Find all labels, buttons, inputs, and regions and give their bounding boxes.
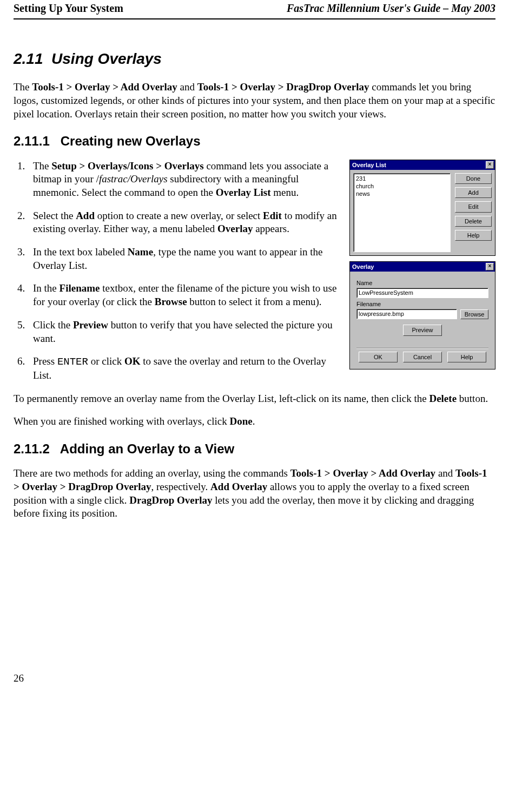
subsection-heading-2: 2.11.2 Adding an Overlay to a View bbox=[14, 440, 495, 457]
list-item[interactable]: 231 bbox=[356, 175, 448, 182]
dialog-stack: Overlay List × 231 church news Done Add … bbox=[349, 160, 495, 375]
done-paragraph: When you are finished working with overl… bbox=[14, 415, 495, 428]
overlay-dialog: Overlay × Name LowPressureSystem Filenam… bbox=[349, 261, 495, 369]
overlay-list-dialog: Overlay List × 231 church news Done Add … bbox=[349, 160, 495, 256]
done-button[interactable]: Done bbox=[455, 173, 492, 184]
intro-paragraph: The Tools-1 > Overlay > Add Overlay and … bbox=[14, 81, 495, 121]
ok-button[interactable]: OK bbox=[359, 352, 398, 362]
cancel-button[interactable]: Cancel bbox=[403, 352, 442, 362]
edit-button[interactable]: Edit bbox=[455, 201, 492, 212]
list-item[interactable]: church bbox=[356, 182, 448, 190]
page-number: 26 bbox=[14, 672, 495, 685]
overlay-titlebar: Overlay × bbox=[350, 262, 495, 272]
add-button[interactable]: Add bbox=[455, 187, 492, 198]
close-icon[interactable]: × bbox=[486, 161, 494, 169]
overlay-title: Overlay bbox=[352, 263, 374, 270]
header-left: Setting Up Your System bbox=[14, 1, 123, 15]
list-item[interactable]: news bbox=[356, 190, 448, 197]
subsection-heading: 2.11.1 Creating new Overlays bbox=[14, 133, 495, 149]
remove-paragraph: To permanently remove an overlay name fr… bbox=[14, 392, 495, 406]
adding-overlay-paragraph: There are two methods for adding an over… bbox=[14, 467, 495, 520]
name-label: Name bbox=[356, 279, 488, 287]
close-icon[interactable]: × bbox=[486, 263, 494, 270]
section-heading: 2.11 Using Overlays bbox=[14, 49, 495, 69]
filename-label: Filename bbox=[356, 300, 488, 308]
page-header: Setting Up Your System FasTrac Millenniu… bbox=[14, 0, 495, 19]
header-right: FasTrac Millennium User's Guide – May 20… bbox=[287, 1, 495, 15]
overlay-list-titlebar: Overlay List × bbox=[350, 160, 495, 170]
preview-button[interactable]: Preview bbox=[403, 325, 442, 335]
browse-button[interactable]: Browse bbox=[460, 309, 488, 319]
overlay-listbox[interactable]: 231 church news bbox=[353, 173, 451, 252]
name-field[interactable]: LowPressureSystem bbox=[356, 288, 488, 298]
help-button[interactable]: Help bbox=[455, 230, 492, 241]
help-button[interactable]: Help bbox=[447, 352, 486, 362]
filename-field[interactable]: lowpressure.bmp bbox=[356, 309, 457, 319]
overlay-list-title: Overlay List bbox=[352, 161, 386, 169]
delete-button[interactable]: Delete bbox=[455, 216, 492, 227]
